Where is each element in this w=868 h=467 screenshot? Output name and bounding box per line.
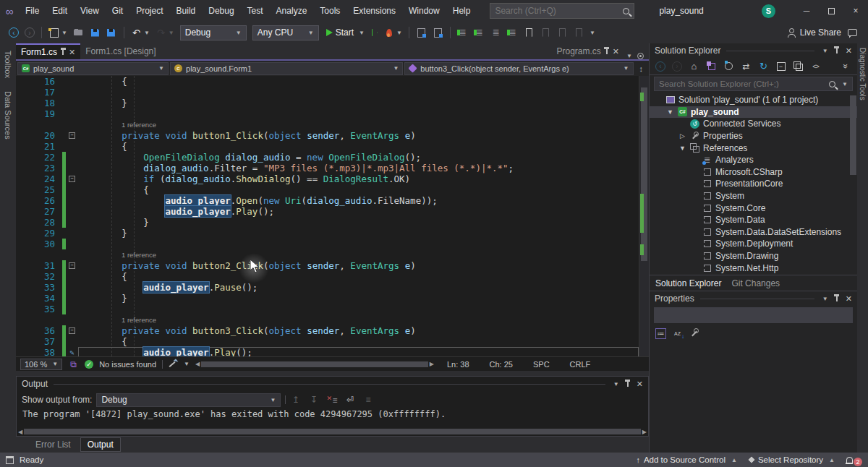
bottom-tab-output[interactable]: Output (80, 437, 121, 452)
line-indicator[interactable]: Ln: 38 (440, 360, 477, 369)
scroll-left-arrow-icon[interactable]: ◀ (18, 429, 22, 435)
toggle-bookmark-button[interactable] (522, 24, 537, 41)
next-bookmark-button[interactable] (555, 24, 570, 41)
code-line[interactable]: 21 { (16, 141, 639, 152)
menu-debug[interactable]: Debug (202, 0, 240, 22)
collapsed-arrow-icon[interactable]: ▷ (678, 132, 686, 140)
code-line[interactable]: 34 } (16, 293, 639, 304)
code-text[interactable] (78, 304, 639, 314)
account-avatar[interactable]: S (762, 4, 775, 18)
menu-file[interactable]: File (19, 0, 46, 22)
refresh-icon[interactable] (758, 61, 769, 72)
start-without-debugging-button[interactable] (370, 24, 380, 41)
column-indicator[interactable]: Ch: 25 (482, 360, 520, 369)
line-ending-indicator[interactable]: CRLF (563, 360, 598, 369)
code-text[interactable]: dialog_audio.Filter = "MP3 files (*.mp3)… (78, 163, 639, 173)
scrollbar-thumb[interactable] (201, 361, 428, 367)
menu-help[interactable]: Help (446, 0, 477, 22)
code-line[interactable]: 16 { (16, 76, 639, 87)
code-line[interactable]: 29 } (16, 228, 639, 239)
editor-horizontal-scrollbar[interactable]: ◀ ▶ (195, 360, 434, 369)
tree-scrollbar-thumb[interactable] (850, 95, 856, 175)
show-all-files-icon[interactable] (793, 61, 804, 72)
spaces-indicator[interactable]: SPC (526, 360, 557, 369)
side-tab-data-sources[interactable]: Data Sources (4, 91, 12, 140)
pin-icon[interactable] (606, 49, 608, 54)
tree-item[interactable]: Analyzers (650, 154, 857, 166)
code-text[interactable]: { (78, 76, 639, 87)
member-dropdown[interactable]: button3_Click(object sender, EventArgs e… (404, 62, 633, 75)
menu-view[interactable]: View (74, 0, 106, 22)
collapse-icon[interactable]: − (69, 176, 75, 182)
code-text[interactable] (78, 87, 639, 98)
menu-git[interactable]: Git (106, 0, 129, 22)
code-text[interactable]: audio_player.Pause(); (78, 282, 639, 293)
comment-lines-button[interactable] (455, 24, 470, 41)
properties-header[interactable]: Properties ▼ ✕ (650, 291, 857, 306)
nav-back-button[interactable] (7, 24, 21, 41)
pair-programming-icon[interactable]: ⧉ (68, 359, 79, 369)
minimize-button[interactable]: ─ (794, 0, 819, 22)
tree-item[interactable]: PresentationCore (650, 178, 857, 190)
expanded-arrow-icon[interactable]: ▼ (666, 108, 674, 116)
close-button[interactable]: × (843, 0, 868, 22)
editor-vertical-scrollbar[interactable] (639, 76, 649, 356)
close-icon[interactable]: ✕ (846, 46, 852, 56)
code-cleanup-broom-icon[interactable] (169, 361, 176, 367)
collapse-icon[interactable]: − (69, 327, 75, 334)
output-source-dropdown[interactable]: Debug ▼ (96, 393, 281, 407)
output-log[interactable]: The program '[4872] play_sound.exe' has … (17, 408, 648, 427)
menu-window[interactable]: Window (402, 0, 446, 22)
code-line[interactable]: 36− private void button3_Click(object se… (16, 325, 639, 336)
solution-search-box[interactable]: ▼ (654, 77, 853, 91)
code-text[interactable]: { (78, 141, 639, 152)
code-line[interactable]: 23 dialog_audio.Filter = "MP3 files (*.m… (16, 163, 639, 173)
menu-test[interactable]: Test (241, 0, 270, 22)
bottom-tab-error-list[interactable]: Error List (29, 438, 77, 451)
code-line[interactable]: 1 reference (16, 249, 639, 260)
toolbar-overflow-icon[interactable]: ▼ (590, 30, 595, 36)
tree-item[interactable]: Solution 'play_sound' (1 of 1 project) (650, 94, 857, 106)
code-line[interactable]: 17 (16, 87, 639, 98)
tree-item[interactable]: ▷Properties (650, 130, 857, 142)
tab-program-cs[interactable]: Program.cs ✕ (552, 43, 625, 59)
wrench-icon[interactable] (689, 328, 699, 339)
tree-item[interactable]: System.Core (650, 202, 857, 214)
window-menu-chevron-icon[interactable]: ▼ (822, 296, 828, 302)
codelens-label[interactable]: 1 reference (78, 314, 639, 325)
redo-button[interactable]: ▼ (153, 24, 176, 41)
send-feedback-icon[interactable] (847, 27, 858, 38)
start-debugging-button[interactable]: Start▼ (322, 24, 369, 41)
clear-bookmarks-button[interactable] (571, 24, 587, 41)
close-icon[interactable]: ✕ (69, 48, 75, 57)
word-wrap-icon[interactable]: ⏎ (344, 395, 355, 406)
pin-icon[interactable] (62, 50, 64, 55)
window-menu-chevron-icon[interactable]: ▼ (613, 381, 619, 387)
code-line[interactable]: 24− if (dialog_audio.ShowDialog() == Dia… (16, 173, 639, 184)
tree-item[interactable]: ▼References (650, 142, 857, 154)
code-line[interactable]: 22 OpenFileDialog dialog_audio = new Ope… (16, 152, 639, 163)
maximize-button[interactable] (819, 0, 843, 22)
search-input[interactable] (495, 6, 623, 16)
undo-button[interactable]: ▼ (129, 24, 152, 41)
output-horizontal-scrollbar[interactable]: ◀ ▶ (17, 427, 648, 436)
live-share-icon[interactable] (786, 27, 797, 38)
select-repository-button[interactable]: Select Repository ▲ (749, 455, 835, 464)
split-window-icon[interactable]: ↕ (639, 64, 644, 73)
nav-back-icon[interactable] (655, 61, 665, 72)
code-text[interactable]: OpenFileDialog dialog_audio = new OpenFi… (78, 152, 639, 163)
document-list-chevron-icon[interactable]: ▼ (626, 53, 632, 59)
panel-tab-solution-explorer[interactable]: Solution Explorer (655, 278, 721, 288)
tree-item[interactable]: System (650, 190, 857, 202)
code-text[interactable]: private void button3_Click(object sender… (78, 325, 639, 336)
add-to-source-control-button[interactable]: ↑ Add to Source Control ▲ (636, 455, 737, 464)
properties-object-dropdown[interactable] (654, 307, 853, 323)
code-line[interactable]: 1 reference (16, 314, 639, 325)
open-folder-button[interactable] (71, 24, 86, 41)
code-line[interactable]: 20− private void button1_Click(object se… (16, 130, 639, 141)
view-code-icon[interactable] (810, 61, 821, 72)
alphabetical-icon[interactable] (672, 328, 683, 339)
code-editor[interactable]: 16 {1718 }191 reference20− private void … (16, 76, 649, 356)
menu-build[interactable]: Build (170, 0, 203, 22)
collapse-icon[interactable]: − (69, 132, 75, 139)
